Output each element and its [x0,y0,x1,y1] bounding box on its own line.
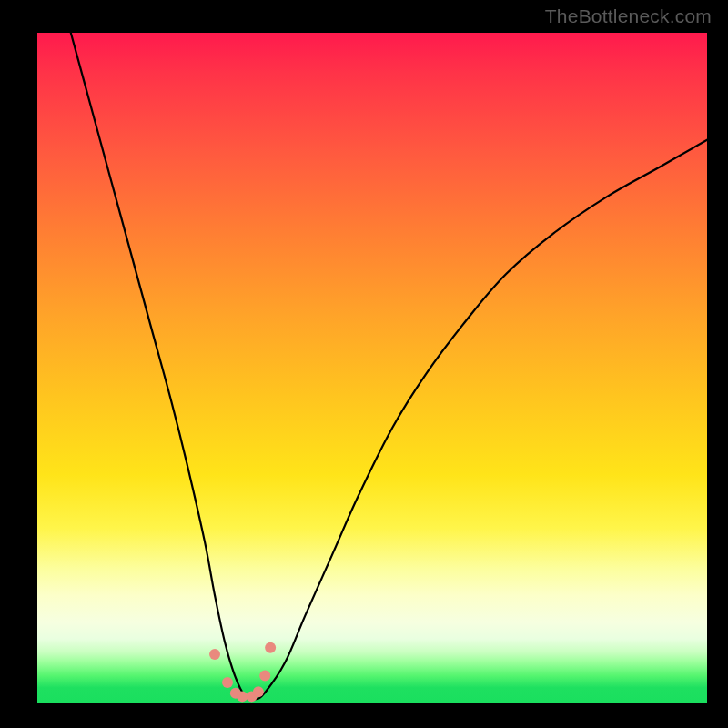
marker-dot [265,642,276,653]
marker-dot [253,686,264,697]
bottleneck-curve [71,33,707,700]
watermark-text: TheBottleneck.com [545,5,712,27]
chart-svg [37,33,707,703]
chart-frame: TheBottleneck.com [0,0,728,728]
plot-area [37,33,707,703]
marker-dot [222,677,233,688]
marker-dot [237,691,248,702]
marker-dot [209,649,220,660]
marker-dot [259,671,270,682]
